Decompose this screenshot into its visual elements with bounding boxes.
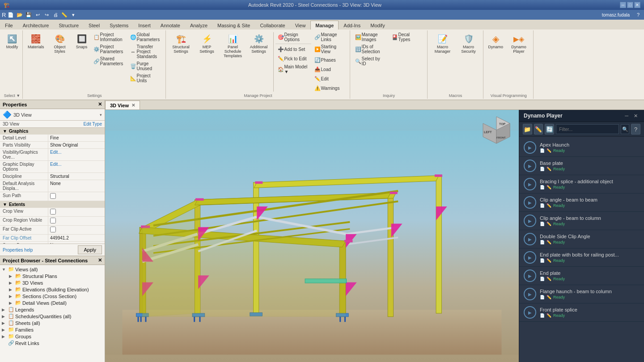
tree-detail-views[interactable]: ▶ 📂 Detail Views (Detail) [0,299,105,306]
sun-path-checkbox[interactable] [50,193,56,199]
dynamo-search-icon-button[interactable]: 🔍 [621,124,629,134]
tree-elevations[interactable]: ▶ 📂 Elevations (Building Elevation) [0,286,105,293]
tree-revit-links[interactable]: 🔗 Revit Links [0,340,105,346]
front-plate-splice-play-button[interactable]: ▶ [524,306,536,319]
tab-systems[interactable]: Systems [105,21,133,29]
load-button[interactable]: 📥 Load [312,65,348,74]
tab-architecture[interactable]: Architecture [18,21,54,29]
dynamo-edit-button[interactable]: ✏️ [534,124,543,135]
tree-views-all[interactable]: ▼ 📁 Views (all) [0,266,105,273]
help-button[interactable]: ? [634,11,642,19]
options-dropdown[interactable]: ▾ [69,11,77,19]
tab-steel[interactable]: Steel [84,21,105,29]
project-browser-close[interactable]: ✕ [98,257,102,263]
materials-button[interactable]: 🧱 Materials [25,31,47,56]
project-units-button[interactable]: 📐 Project Units [128,72,164,84]
tab-structure[interactable]: Structure [54,21,84,29]
new-button[interactable]: 📄 [7,11,15,19]
end-plate-play-button[interactable]: ▶ [524,269,536,282]
redo-button[interactable]: ↪ [42,11,51,19]
dynamo-item-base-plate[interactable]: ▶ Base plate 📄 ✏️ Ready [519,157,644,175]
tree-sheets[interactable]: ▶ 📋 Sheets (all) [0,320,105,326]
phases-button[interactable]: 🔄 Phases [312,55,348,64]
pick-to-edit-button[interactable]: ✏️ Pick to Edit [275,54,311,63]
clip-angle-beam-beam-play-button[interactable]: ▶ [524,196,536,209]
starting-view-button[interactable]: ▶️ Starting View [312,43,348,55]
dynamo-item-bracing-splice[interactable]: ▶ Bracing I splice - additional object 📄… [519,175,644,194]
properties-help-link[interactable]: Properties help [3,248,33,253]
dynamo-item-clip-angle-beam-beam[interactable]: ▶ Clip angle - beam to beam 📄 ✏️ Ready [519,194,644,212]
dynamo-refresh-button[interactable]: 🔄 [545,124,554,135]
bracing-splice-play-button[interactable]: ▶ [524,178,536,190]
save-button[interactable]: 💾 [25,11,33,19]
structural-settings-button[interactable]: 🏗️ Structural Settings [169,31,194,56]
edit-button[interactable]: ✏️ Edit [312,74,348,83]
tab-collaborate[interactable]: Collaborate [255,21,290,29]
properties-close-button[interactable]: ✕ [98,101,102,107]
shared-params-button[interactable]: 🔗 Shared Parameters [91,55,127,67]
tree-structural-plans[interactable]: ▶ 📂 Structural Plans [0,273,105,279]
tab-view[interactable]: View [290,21,311,29]
tab-addins[interactable]: Add-Ins [339,21,365,29]
far-clip-checkbox[interactable] [50,227,56,232]
tab-massing[interactable]: Massing & Site [212,21,255,29]
dynamo-item-clip-angle-beam-column[interactable]: ▶ Clip angle - beam to column 📄 ✏️ Ready [519,212,644,230]
nav-cube[interactable]: TOP LEFT FRONT [479,114,514,150]
design-options-button[interactable]: 🎯 Design Options [275,31,311,43]
open-button[interactable]: 📂 [16,11,24,19]
panel-schedule-button[interactable]: 📊 Panel Schedule Templates [220,31,246,60]
purge-unused-button[interactable]: 🗑️ Purge Unused [128,60,164,72]
tab-insert[interactable]: Insert [133,21,156,29]
dynamo-item-end-plate-bolts[interactable]: ▶ End plate with bolts for railing post.… [519,248,644,267]
restore-button[interactable]: □ [627,2,633,8]
tree-families[interactable]: ▶ 📁 Families [0,326,105,333]
additional-settings-button[interactable]: ⚙️ Additional Settings [246,31,271,56]
dynamo-minimize-button[interactable]: ─ [623,113,630,119]
type-selector[interactable]: 🔷 3D View ▾ [0,109,105,121]
add-to-set-button[interactable]: ➕ Add to Set [275,45,311,54]
tree-groups[interactable]: ▶ 📁 Groups [0,333,105,340]
viewport[interactable]: TOP LEFT FRONT Perspective [105,110,519,362]
crop-region-checkbox[interactable] [50,218,56,223]
double-side-clip-play-button[interactable]: ▶ [524,233,536,245]
warnings-button[interactable]: ⚠️ Warnings [312,84,348,93]
apex-haunch-play-button[interactable]: ▶ [524,141,536,154]
3d-view-tab[interactable]: 3D View ✕ [105,101,140,109]
manage-images-button[interactable]: 🖼️ Manage Images [353,31,389,43]
mep-settings-button[interactable]: ⚡ MEP Settings [195,31,220,56]
object-styles-button[interactable]: 🎨 Object Styles [47,31,72,56]
print-button[interactable]: 🖨 [51,11,59,19]
tab-annotate[interactable]: Annotate [156,21,185,29]
undo-button[interactable]: ↩ [34,11,42,19]
decal-button[interactable]: 🎴 Decal Types [390,31,425,43]
flange-haunch-play-button[interactable]: ▶ [524,288,536,300]
tree-3d-views[interactable]: ▶ 📂 3D Views [0,279,105,286]
global-params-button[interactable]: 🌐 Global Parameters [128,31,164,43]
dynamo-item-apex-haunch[interactable]: ▶ Apex Haunch 📄 ✏️ Ready [519,139,644,157]
tab-analyze[interactable]: Analyze [185,21,212,29]
window-controls[interactable]: ─ □ ✕ [620,2,640,8]
tab-file[interactable]: File [0,21,18,29]
edit-type-button[interactable]: Edit Type [83,122,102,126]
apply-button[interactable]: Apply [78,245,102,254]
macro-security-button[interactable]: 🛡️ Macro Security [456,31,481,56]
dynamo-close-button[interactable]: ✕ [632,113,640,119]
manage-links-button[interactable]: 🔗 Manage Links [312,31,348,43]
snaps-button[interactable]: 🔲 Snaps [73,31,90,56]
dynamo-button[interactable]: ◈ Dynamo [486,31,506,56]
tree-sections[interactable]: ▶ 📂 Sections (Cross Section) [0,293,105,299]
tab-modify[interactable]: Modify [365,21,390,29]
dynamo-item-double-side-clip[interactable]: ▶ Double Side Clip Angle 📄 ✏️ Ready [519,230,644,248]
minimize-button[interactable]: ─ [620,2,626,8]
3d-view-close[interactable]: ✕ [131,103,135,108]
transfer-standards-button[interactable]: ↔️ Transfer Project Standards [128,43,164,60]
dynamo-item-end-plate[interactable]: ▶ End plate 📄 ✏️ Ready [519,267,644,285]
macro-manager-button[interactable]: 📝 Macro Manager [430,31,455,56]
project-params-button[interactable]: ⚙️ Project Parameters [91,43,127,55]
tree-schedules[interactable]: ▶ 📋 Schedules/Quantities (all) [0,313,105,320]
crop-view-checkbox[interactable] [50,209,56,215]
select-by-id-button[interactable]: 🔍 Select by ID [353,55,389,67]
dynamo-search-input[interactable] [556,124,619,134]
dynamo-help-button[interactable]: ? [631,124,640,135]
main-model-dropdown[interactable]: 🏠 Main Model ▼ [275,63,311,75]
